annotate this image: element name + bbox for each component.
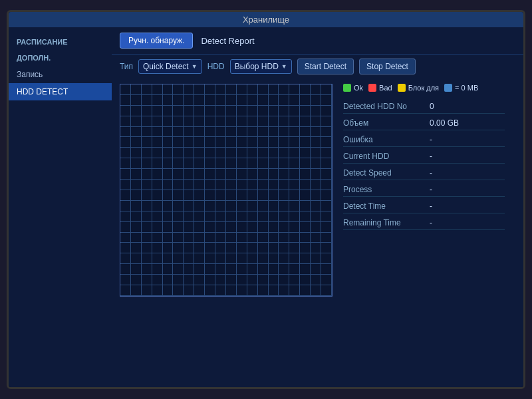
- grid-cell: [120, 264, 131, 275]
- sidebar-item-schedule[interactable]: РАСПИСАНИЕ: [9, 34, 112, 50]
- grid-cell: [194, 222, 205, 233]
- grid-cell: [173, 148, 184, 158]
- grid-cell: [258, 211, 269, 222]
- grid-cell: [300, 233, 311, 243]
- grid-cell: [311, 137, 321, 148]
- grid-cell: [237, 264, 247, 275]
- grid-cell: [205, 169, 215, 180]
- grid-cell: [247, 264, 258, 275]
- grid-cell: [269, 264, 279, 275]
- grid-cell: [194, 190, 205, 201]
- grid-cell: [237, 275, 247, 285]
- grid-cell: [321, 148, 332, 158]
- grid-cell: [205, 211, 215, 222]
- grid-cell: [300, 148, 311, 158]
- grid-cell: [152, 233, 163, 243]
- grid-cell: [205, 158, 215, 169]
- grid-cell: [321, 158, 332, 169]
- grid-cell: [215, 127, 226, 138]
- grid-cell: [131, 253, 142, 264]
- grid-cell: [142, 190, 152, 201]
- legend-block: Блок для: [398, 84, 439, 92]
- legend-ok: Ok: [343, 84, 363, 92]
- sidebar-item-additional[interactable]: ДОПОЛН.: [9, 50, 112, 66]
- grid-cell: [152, 116, 163, 127]
- title-text: Хранилище: [243, 15, 289, 25]
- grid-cell: [194, 285, 205, 296]
- grid-cell: [269, 116, 279, 127]
- grid-cell: [247, 243, 258, 253]
- grid-cell: [247, 116, 258, 127]
- grid-cell: [279, 275, 289, 285]
- grid-cell: [205, 243, 215, 253]
- grid-cell: [289, 190, 300, 201]
- grid-cell: [237, 253, 247, 264]
- grid-cell: [152, 158, 163, 169]
- grid-cell: [215, 84, 226, 95]
- grid-cell: [321, 222, 332, 233]
- grid-cell: [247, 253, 258, 264]
- grid-cell: [184, 180, 194, 190]
- grid-cell: [247, 127, 258, 138]
- grid-cell: [311, 106, 321, 116]
- grid-cell: [289, 158, 300, 169]
- grid-cell: [142, 127, 152, 138]
- sidebar: РАСПИСАНИЕ ДОПОЛН. Запись HDD DETECT: [9, 27, 112, 387]
- grid-cell: [300, 253, 311, 264]
- info-panel: Ok Bad Блок для = 0 MB: [332, 84, 515, 382]
- grid-cell: [142, 211, 152, 222]
- grid-cell: [279, 201, 289, 211]
- grid-cell: [184, 275, 194, 285]
- grid-cell: [163, 84, 174, 95]
- grid-cell: [184, 264, 194, 275]
- hdd-dropdown[interactable]: Выбор HDD ▼: [230, 59, 292, 74]
- grid-cell: [131, 137, 142, 148]
- grid-cell: [163, 253, 174, 264]
- grid-cell: [120, 190, 131, 201]
- grid-cell: [184, 253, 194, 264]
- grid-cell: [194, 180, 205, 190]
- type-dropdown[interactable]: Quick Detect ▼: [138, 59, 202, 74]
- grid-cell: [120, 222, 131, 233]
- grid-cell: [173, 211, 184, 222]
- grid-cell: [237, 222, 247, 233]
- grid-cell: [226, 148, 237, 158]
- tab-manual-detect[interactable]: Ручн. обнаруж.: [120, 33, 193, 49]
- grid-cell: [237, 190, 247, 201]
- grid-cell: [194, 169, 205, 180]
- grid-cell: [311, 264, 321, 275]
- grid-cell: [142, 158, 152, 169]
- screen: Хранилище РАСПИСАНИЕ ДОПОЛН. Запись HDD …: [7, 10, 525, 389]
- grid-cell: [215, 190, 226, 201]
- grid-cell: [131, 190, 142, 201]
- grid-cell: [173, 275, 184, 285]
- stop-detect-button[interactable]: Stop Detect: [359, 59, 416, 74]
- grid-cell: [120, 275, 131, 285]
- grid-cell: [120, 158, 131, 169]
- grid-cell: [142, 84, 152, 95]
- grid-cell: [152, 201, 163, 211]
- grid-cell: [152, 137, 163, 148]
- sidebar-item-hdd-detect[interactable]: HDD DETECT: [9, 83, 112, 100]
- grid-cell: [269, 190, 279, 201]
- grid-cell: [173, 233, 184, 243]
- grid-cell: [279, 285, 289, 296]
- grid-cell: [279, 233, 289, 243]
- grid-cell: [215, 253, 226, 264]
- start-detect-button[interactable]: Start Detect: [297, 59, 354, 74]
- grid-cell: [120, 211, 131, 222]
- grid-cell: [163, 211, 174, 222]
- grid-cell: [247, 84, 258, 95]
- grid-cell: [120, 127, 131, 138]
- controls-row: Тип Quick Detect ▼ HDD Выбор HDD ▼ Start…: [112, 55, 523, 78]
- grid-cell: [205, 127, 215, 138]
- grid-cell: [131, 95, 142, 106]
- sidebar-item-record[interactable]: Запись: [9, 66, 112, 83]
- grid-cell: [279, 222, 289, 233]
- grid-cell: [120, 201, 131, 211]
- grid-cell: [247, 285, 258, 296]
- grid-cell: [321, 190, 332, 201]
- tab-detect-report[interactable]: Detect Report: [201, 36, 254, 46]
- grid-cell: [321, 137, 332, 148]
- grid-cell: [289, 285, 300, 296]
